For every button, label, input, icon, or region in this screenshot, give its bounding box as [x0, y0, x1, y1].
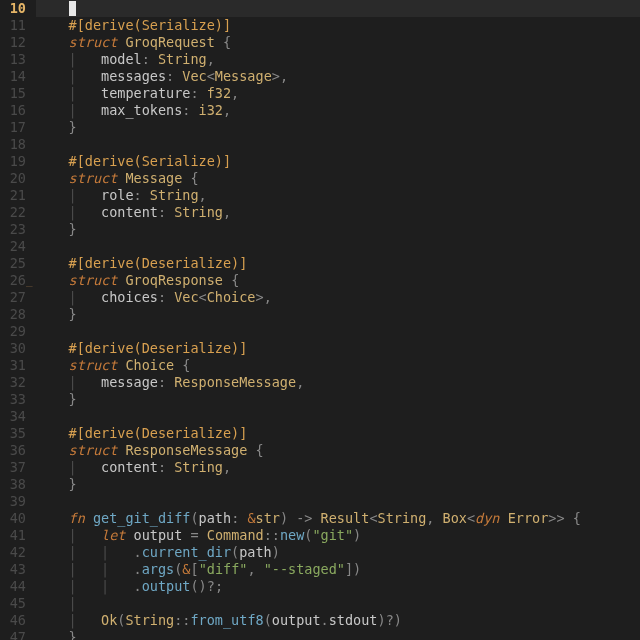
- token-kw: dyn: [475, 510, 499, 526]
- line-number: 23: [4, 221, 26, 238]
- token-punc: (: [190, 510, 198, 526]
- code-line[interactable]: | Ok(String::from_utf8(output.stdout)?): [36, 612, 640, 629]
- line-number: 15: [4, 85, 26, 102]
- token-punc: ,: [199, 187, 207, 203]
- token-kw: struct: [69, 357, 118, 373]
- token-kw: struct: [69, 272, 118, 288]
- code-line[interactable]: | message: ResponseMessage,: [36, 374, 640, 391]
- token-punc: ;: [215, 578, 223, 594]
- code-line[interactable]: [36, 0, 640, 17]
- token-field: message: [101, 374, 158, 390]
- token-field: choices: [101, 289, 158, 305]
- token-type: Message: [215, 68, 272, 84]
- token-punc: ,: [231, 85, 239, 101]
- token-type: ResponseMessage: [174, 374, 296, 390]
- code-line[interactable]: }: [36, 476, 640, 493]
- token-type: Choice: [125, 357, 174, 373]
- code-line[interactable]: [36, 323, 640, 340]
- line-number: 36: [4, 442, 26, 459]
- token-pipe: |: [69, 374, 102, 390]
- token-attr: #[derive(Serialize)]: [69, 17, 232, 33]
- token-punc: :: [134, 187, 150, 203]
- token-attr: #[derive(Deserialize)]: [69, 255, 248, 271]
- code-line[interactable]: #[derive(Serialize)]: [36, 17, 640, 34]
- token-fn: output: [142, 578, 191, 594]
- token-pipe: |: [69, 187, 102, 203]
- code-line[interactable]: | | .args(&["diff", "--staged"]): [36, 561, 640, 578]
- code-line[interactable]: #[derive(Deserialize)]: [36, 425, 640, 442]
- line-number: 37: [4, 459, 26, 476]
- code-line[interactable]: #[derive(Deserialize)]: [36, 340, 640, 357]
- token-attr: #[derive(Deserialize)]: [69, 340, 248, 356]
- code-line[interactable]: [36, 408, 640, 425]
- token-brace: {: [256, 442, 264, 458]
- code-line[interactable]: | let output = Command::new("git"): [36, 527, 640, 544]
- line-number: 47: [4, 629, 26, 640]
- line-number: 12: [4, 34, 26, 51]
- code-line[interactable]: [36, 238, 640, 255]
- line-number: 20: [4, 170, 26, 187]
- token-punc: ): [377, 612, 385, 628]
- text-cursor: [69, 1, 76, 16]
- code-line[interactable]: struct ResponseMessage {: [36, 442, 640, 459]
- code-line[interactable]: [36, 493, 640, 510]
- code-line[interactable]: | choices: Vec<Choice>,: [36, 289, 640, 306]
- code-line[interactable]: | max_tokens: i32,: [36, 102, 640, 119]
- line-number: 17: [4, 119, 26, 136]
- line-number: 46: [4, 612, 26, 629]
- code-line[interactable]: | | .output()?;: [36, 578, 640, 595]
- token-type: Vec: [174, 289, 198, 305]
- code-line[interactable]: |: [36, 595, 640, 612]
- code-line[interactable]: | messages: Vec<Message>,: [36, 68, 640, 85]
- token-field: role: [101, 187, 134, 203]
- token-punc: ::: [174, 612, 190, 628]
- token-sp: [247, 442, 255, 458]
- token-type: i32: [199, 102, 223, 118]
- token-type: String: [158, 51, 207, 67]
- code-line[interactable]: | model: String,: [36, 51, 640, 68]
- code-line[interactable]: fn get_git_diff(path: &str) -> Result<St…: [36, 510, 640, 527]
- token-brace: }: [69, 391, 77, 407]
- token-str: "git": [312, 527, 353, 543]
- code-line[interactable]: _ struct GroqResponse {: [36, 272, 640, 289]
- token-pipe: |: [69, 527, 102, 543]
- code-line[interactable]: }: [36, 629, 640, 640]
- code-line[interactable]: | | .current_dir(path): [36, 544, 640, 561]
- token-fn: from_utf8: [190, 612, 263, 628]
- token-fname: get_git_diff: [93, 510, 191, 526]
- token-sp: [499, 510, 507, 526]
- token-type: String: [150, 187, 199, 203]
- code-line[interactable]: }: [36, 391, 640, 408]
- code-line[interactable]: }: [36, 306, 640, 323]
- code-line[interactable]: #[derive(Serialize)]: [36, 153, 640, 170]
- code-editor[interactable]: 1011121314151617181920212223242526272829…: [0, 0, 640, 640]
- code-line[interactable]: [36, 136, 640, 153]
- code-line[interactable]: #[derive(Deserialize)]: [36, 255, 640, 272]
- token-fn: args: [142, 561, 175, 577]
- token-punc: .: [134, 561, 142, 577]
- token-brace: {: [231, 272, 239, 288]
- line-number: 40: [4, 510, 26, 527]
- line-number: 10: [4, 0, 26, 17]
- token-punc: <: [199, 289, 207, 305]
- code-line[interactable]: struct Choice {: [36, 357, 640, 374]
- token-str: "--staged": [264, 561, 345, 577]
- code-line[interactable]: struct GroqRequest {: [36, 34, 640, 51]
- token-punc: ]): [345, 561, 361, 577]
- code-line[interactable]: | content: String,: [36, 204, 640, 221]
- code-area[interactable]: #[derive(Serialize)] struct GroqRequest …: [36, 0, 640, 640]
- code-line[interactable]: }: [36, 221, 640, 238]
- token-sp: [125, 527, 133, 543]
- token-punc: ): [272, 544, 280, 560]
- line-number-gutter: 1011121314151617181920212223242526272829…: [0, 0, 36, 640]
- token-op: ?: [386, 612, 394, 628]
- code-line[interactable]: | role: String,: [36, 187, 640, 204]
- token-punc: >,: [272, 68, 288, 84]
- token-kw: struct: [69, 170, 118, 186]
- code-line[interactable]: struct Message {: [36, 170, 640, 187]
- code-line[interactable]: | content: String,: [36, 459, 640, 476]
- token-punc: .: [321, 612, 329, 628]
- code-line[interactable]: }: [36, 119, 640, 136]
- code-line[interactable]: | temperature: f32,: [36, 85, 640, 102]
- token-field: output: [272, 612, 321, 628]
